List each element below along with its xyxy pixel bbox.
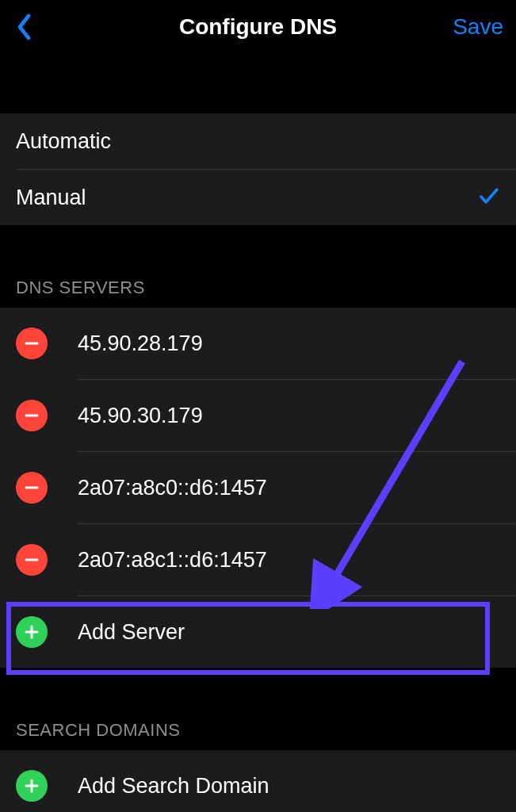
dns-server-address: 2a07:a8c1::d6:1457 [78, 548, 267, 573]
spacer [0, 225, 516, 263]
search-domains-header: SEARCH DOMAINS [0, 706, 516, 750]
add-server-button[interactable]: Add Server [0, 596, 516, 668]
mode-manual[interactable]: Manual [0, 170, 516, 225]
spacer [0, 54, 516, 113]
remove-icon[interactable] [16, 472, 48, 504]
mode-automatic[interactable]: Automatic [0, 113, 516, 169]
dns-server-row[interactable]: 2a07:a8c1::d6:1457 [0, 524, 516, 596]
dns-server-row[interactable]: 2a07:a8c0::d6:1457 [0, 452, 516, 523]
plus-icon [16, 770, 48, 802]
dns-servers-header: DNS SERVERS [0, 263, 516, 308]
remove-icon[interactable] [16, 327, 48, 359]
mode-manual-label: Manual [16, 186, 86, 210]
page-title: Configure DNS [179, 14, 337, 40]
remove-icon[interactable] [16, 400, 48, 431]
spacer [0, 668, 516, 706]
dns-server-row[interactable]: 45.90.28.179 [0, 308, 516, 379]
back-button[interactable] [13, 13, 35, 41]
dns-server-address: 45.90.30.179 [78, 404, 203, 428]
dns-server-row[interactable]: 45.90.30.179 [0, 380, 516, 451]
dns-server-address: 2a07:a8c0::d6:1457 [78, 476, 267, 500]
dns-server-address: 45.90.28.179 [78, 331, 203, 356]
plus-icon [16, 616, 48, 648]
add-search-domain-label: Add Search Domain [78, 774, 269, 799]
add-search-domain-button[interactable]: Add Search Domain [0, 750, 516, 812]
remove-icon[interactable] [16, 544, 48, 576]
checkmark-icon [478, 185, 500, 210]
mode-automatic-label: Automatic [16, 129, 111, 154]
add-server-label: Add Server [78, 620, 185, 645]
mode-group: Automatic Manual [0, 113, 516, 225]
dns-servers-group: 45.90.28.179 45.90.30.179 2a07:a8c0::d6:… [0, 308, 516, 668]
save-button[interactable]: Save [453, 14, 503, 40]
chevron-left-icon [16, 13, 32, 40]
search-domains-group: Add Search Domain [0, 750, 516, 812]
nav-bar: Configure DNS Save [0, 0, 516, 54]
